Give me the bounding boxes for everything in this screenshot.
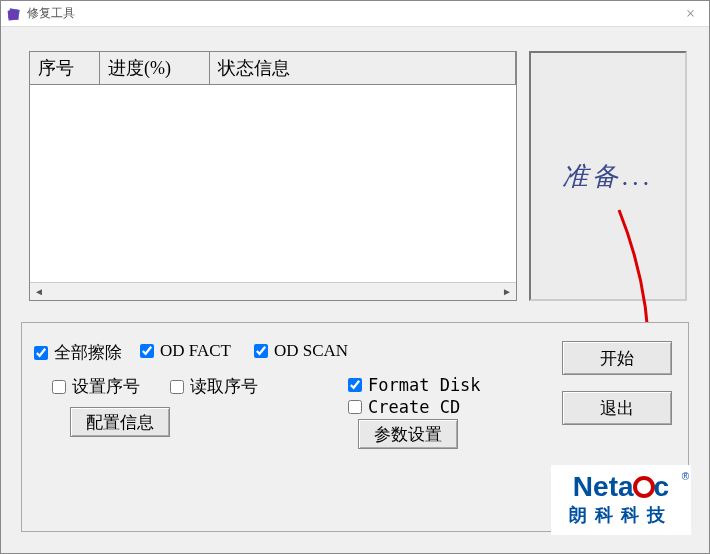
checkbox-od-fact[interactable]: OD FACT <box>140 341 231 361</box>
checkbox-erase-all-input[interactable] <box>34 346 48 360</box>
start-label: 开始 <box>600 347 634 370</box>
table-header: 序号 进度(%) 状态信息 <box>30 52 516 85</box>
param-settings-button[interactable]: 参数设置 <box>358 419 458 449</box>
window-title: 修复工具 <box>27 5 75 22</box>
status-text: 准备... <box>562 159 654 194</box>
checkbox-od-scan-label: OD SCAN <box>274 341 348 361</box>
param-settings-label: 参数设置 <box>374 423 442 446</box>
table-body <box>30 85 516 285</box>
col-status[interactable]: 状态信息 <box>210 52 516 84</box>
checkbox-create-cd-input[interactable] <box>348 400 362 414</box>
config-info-button[interactable]: 配置信息 <box>70 407 170 437</box>
exit-button[interactable]: 退出 <box>562 391 672 425</box>
app-window: 修复工具 × 序号 进度(%) 状态信息 ◄ ► 准备... <box>0 0 710 554</box>
close-button[interactable]: × <box>678 5 703 23</box>
checkbox-od-scan[interactable]: OD SCAN <box>254 341 348 361</box>
checkbox-format-disk-label: Format Disk <box>368 375 481 395</box>
titlebar: 修复工具 × <box>1 1 709 27</box>
checkbox-od-fact-input[interactable] <box>140 344 154 358</box>
checkbox-read-serial[interactable]: 读取序号 <box>170 375 258 398</box>
status-panel: 准备... <box>529 51 687 301</box>
registered-mark: ® <box>682 471 689 482</box>
svg-rect-1 <box>8 9 19 20</box>
checkbox-create-cd-label: Create CD <box>368 397 460 417</box>
checkbox-set-serial[interactable]: 设置序号 <box>52 375 140 398</box>
logo-brand: Netac <box>573 473 669 501</box>
scroll-track[interactable] <box>48 283 498 301</box>
checkbox-od-scan-input[interactable] <box>254 344 268 358</box>
col-serial[interactable]: 序号 <box>30 52 100 84</box>
checkbox-format-disk-input[interactable] <box>348 378 362 392</box>
start-button[interactable]: 开始 <box>562 341 672 375</box>
checkbox-create-cd[interactable]: Create CD <box>348 397 460 417</box>
exit-label: 退出 <box>600 397 634 420</box>
scroll-right-arrow[interactable]: ► <box>498 283 516 301</box>
app-icon <box>7 7 21 21</box>
checkbox-format-disk[interactable]: Format Disk <box>348 375 481 395</box>
logo-brand-cn: 朗科科技 <box>569 503 673 527</box>
scroll-left-arrow[interactable]: ◄ <box>30 283 48 301</box>
logo-o-icon <box>633 476 655 498</box>
checkbox-erase-all[interactable]: 全部擦除 <box>34 341 122 364</box>
netac-logo: ® Netac 朗科科技 <box>551 465 691 535</box>
checkbox-read-serial-input[interactable] <box>170 380 184 394</box>
checkbox-erase-all-label: 全部擦除 <box>54 341 122 364</box>
checkbox-set-serial-input[interactable] <box>52 380 66 394</box>
progress-table: 序号 进度(%) 状态信息 ◄ ► <box>29 51 517 301</box>
col-progress[interactable]: 进度(%) <box>100 52 210 84</box>
checkbox-read-serial-label: 读取序号 <box>190 375 258 398</box>
content-area: 序号 进度(%) 状态信息 ◄ ► 准备... <box>1 27 709 553</box>
checkbox-set-serial-label: 设置序号 <box>72 375 140 398</box>
horizontal-scrollbar[interactable]: ◄ ► <box>30 282 516 300</box>
config-info-label: 配置信息 <box>86 411 154 434</box>
checkbox-od-fact-label: OD FACT <box>160 341 231 361</box>
